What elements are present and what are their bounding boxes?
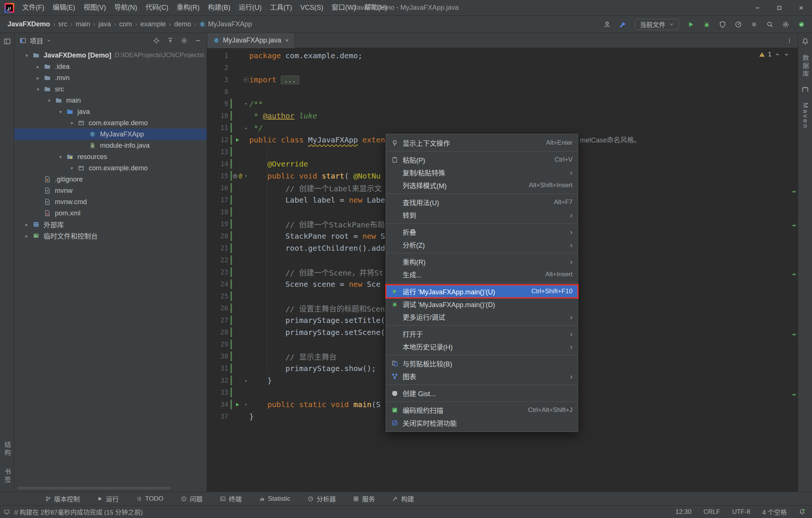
chevron-down-icon[interactable]: ▾ [33,86,43,92]
code-line[interactable]: 10 * @author luke [207,110,798,122]
tree-item[interactable]: CMyJavaFXApp [14,129,207,140]
context-menu-item[interactable]: 列选择模式(M)Alt+Shift+Insert [386,179,578,192]
close-icon[interactable] [285,38,289,43]
minimize-button[interactable] [747,0,768,15]
run-button[interactable] [687,21,695,28]
context-menu-item[interactable]: 创建 Gist... [386,387,578,400]
context-menu-item[interactable]: 分析(Z)› [386,238,578,251]
tree-item[interactable]: mmodule-info.java [14,140,207,151]
context-menu-item[interactable]: 更多运行/调试› [386,310,578,323]
chevron-down-icon[interactable] [47,38,51,43]
tool-window-button[interactable]: Statistic [259,495,291,503]
context-menu-item[interactable]: 本地历史记录(H)› [386,340,578,353]
menubar-item[interactable]: 导航(N) [110,0,141,15]
code-line[interactable]: 3+import ... [207,74,798,86]
notifications-button[interactable] [801,38,809,47]
tool-window-tab[interactable]: 结构 [2,441,12,457]
tree-item[interactable]: ▾java [14,106,207,117]
context-menu-item[interactable]: 粘贴(P)Ctrl+V [386,153,578,166]
tree-item[interactable]: mvnw.cmd [14,196,207,208]
run-configuration-selector[interactable]: 当前文件 [635,19,679,30]
tool-window-button[interactable]: 终端 [220,494,242,503]
menubar-item[interactable]: VCS(S) [296,0,327,15]
code-line[interactable]: 2 [207,62,798,74]
context-menu-item[interactable]: 图表› [386,370,578,383]
context-menu-item[interactable]: 与剪贴板比较(B) [386,357,578,370]
menubar-item[interactable]: 构建(B) [204,0,235,15]
maven-tool-button[interactable] [801,86,809,95]
tool-windows-icon[interactable] [4,509,10,515]
prev-warning-icon[interactable] [774,51,780,58]
search-everywhere-button[interactable] [766,21,774,28]
chevron-down-icon[interactable]: ▾ [67,120,77,126]
context-menu-item[interactable]: 重构(R)› [386,255,578,268]
stop-button[interactable] [750,21,758,28]
tool-window-tab[interactable]: 数据库 [800,55,810,78]
fold-marker-icon[interactable]: ▴ [242,125,249,130]
chevron-right-icon[interactable]: ▸ [22,222,32,227]
breadcrumb-item[interactable]: java [96,20,113,29]
context-menu-item[interactable]: 转到› [386,209,578,221]
collapse-all-button[interactable] [167,37,174,44]
tool-window-tab[interactable]: Maven [801,103,809,129]
encoding-widget[interactable]: UTF-8 [732,508,750,516]
menubar-item[interactable]: 重构(R) [173,0,204,15]
breadcrumb-item[interactable]: src [56,20,70,29]
run-with-coverage-button[interactable] [719,21,726,28]
menubar-item[interactable]: 工具(T) [266,0,296,15]
change-stripe-mark[interactable] [792,334,796,335]
context-menu-item[interactable]: 关闭实时检测功能 [386,417,578,429]
tool-window-button[interactable]: 问题 [181,494,203,503]
tool-window-button[interactable]: 分析器 [308,494,336,503]
notifications-icon[interactable] [799,509,805,515]
tree-item[interactable]: ▾resources [14,151,207,162]
chevron-right-icon[interactable]: ▸ [22,233,32,239]
change-stripe-mark[interactable] [792,274,796,275]
run-gutter-icon[interactable] [235,402,240,407]
fold-marker-icon[interactable]: ▾ [242,402,249,407]
breadcrumb-item[interactable]: JavaFXDemo [5,20,52,29]
chevron-right-icon[interactable]: ▸ [33,75,43,81]
change-stripe-mark[interactable] [792,394,796,395]
change-stripe-mark[interactable] [792,225,796,226]
context-menu-item[interactable]: 显示上下文操作Alt+Enter [386,136,578,149]
context-menu-item[interactable]: 运行 'MyJavaFXApp.main()'(U)Ctrl+Shift+F10 [386,285,578,298]
tool-window-button[interactable]: 构建 [392,494,414,503]
debug-button[interactable] [703,21,710,28]
tool-window-button[interactable]: 版本控制 [45,494,80,503]
profile-button[interactable] [603,21,611,28]
context-menu-item[interactable]: 查找用法(U)Alt+F7 [386,196,578,209]
hide-panel-button[interactable] [195,37,201,44]
tree-item[interactable]: ▾com.example.demo [14,117,207,129]
sync-status-button[interactable] [798,21,805,28]
tool-window-button[interactable]: 服务 [353,494,375,503]
code-line[interactable]: 9▾/** [207,98,798,110]
fold-marker-icon[interactable]: + [242,77,249,82]
tree-item[interactable]: ▸临时文件和控制台 [14,230,207,241]
menubar-item[interactable]: 代码(C) [141,0,173,15]
change-stripe-mark[interactable] [792,191,796,192]
project-tool-button[interactable] [3,38,11,47]
context-menu-item[interactable]: 打开于› [386,327,578,340]
menubar-item[interactable]: 文件(F) [18,0,48,15]
code-line[interactable]: 11▴ */ [207,122,798,134]
breadcrumb-item[interactable]: main [73,20,92,29]
breadcrumb-item[interactable]: demo [172,20,193,29]
panel-options-button[interactable] [181,37,188,44]
tool-window-button[interactable]: TODO [136,495,164,503]
tree-item[interactable]: ▾JavaFXDemo [Demo]D:\IDEAProjects\JCNCPr… [14,50,207,61]
breadcrumb-item[interactable]: com [117,20,134,29]
tree-item[interactable]: ▾main [14,95,207,106]
context-menu-item[interactable]: 编码规约扫描Ctrl+Alt+Shift+J [386,404,578,417]
context-menu-item[interactable]: 调试 'MyJavaFXApp.main()'(D) [386,298,578,310]
tree-item[interactable]: mpom.xml [14,208,207,219]
fold-marker-icon[interactable]: ▾ [242,101,249,106]
code-line[interactable]: 1package com.example.demo; [207,50,798,62]
chevron-down-icon[interactable]: ▾ [56,154,65,160]
context-menu-item[interactable]: 复制/粘贴特殊› [386,166,578,179]
breadcrumb-item[interactable]: CMyJavaFXApp [197,20,254,29]
chevron-down-icon[interactable]: ▾ [56,109,65,115]
override-gutter-icon[interactable] [232,173,238,179]
context-menu-item[interactable]: 生成...Alt+Insert [386,268,578,281]
close-button[interactable] [790,0,812,15]
